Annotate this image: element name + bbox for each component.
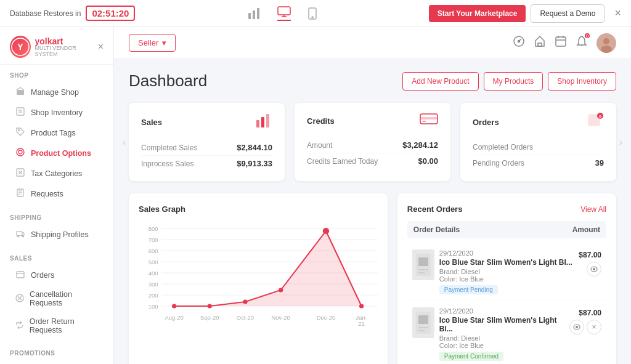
view-order-button[interactable]: [569, 320, 584, 334]
order-name: Ico Blue Star Slim Women's Light Bl...: [439, 258, 574, 267]
order-item: 29/12/2020 Ico Blue Star Slim Women's Li…: [407, 301, 606, 364]
svg-point-14: [18, 130, 20, 131]
svg-point-89: [593, 268, 595, 270]
desktop-view-btn[interactable]: [277, 6, 291, 21]
sidebar-item-manage-shop[interactable]: Manage Shop: [10, 83, 104, 102]
view-switcher: [248, 6, 317, 21]
svg-text:Oct-20: Oct-20: [237, 315, 254, 321]
svg-text:0: 0: [599, 115, 601, 119]
recent-orders-header: Recent Orders View All: [407, 204, 606, 214]
mobile-view-btn[interactable]: [308, 7, 317, 20]
svg-point-26: [22, 235, 24, 237]
seller-dropdown-arrow: ▾: [162, 38, 166, 47]
credits-card-title: Credits: [307, 113, 438, 129]
svg-rect-91: [418, 315, 428, 324]
sidebar-close-icon[interactable]: ×: [98, 41, 104, 52]
shipping-profiles-icon: [15, 229, 26, 240]
sidebar-item-label: Product Options: [31, 149, 91, 158]
svg-rect-0: [248, 13, 251, 19]
product-tags-icon: [15, 127, 26, 138]
svg-rect-50: [422, 121, 426, 122]
svg-point-16: [17, 148, 24, 156]
credits-icon: [420, 113, 438, 129]
stat-value: $3,284.12: [402, 140, 438, 150]
svg-rect-2: [257, 8, 259, 19]
order-color: Color: Ice Blue: [439, 342, 564, 349]
close-icon[interactable]: ×: [614, 7, 621, 20]
stat-label: Amount: [307, 141, 332, 150]
sales-graph-card: Sales Graph: [129, 193, 388, 364]
svg-text:300: 300: [149, 281, 158, 288]
sidebar-item-orders[interactable]: Orders: [10, 265, 104, 285]
shop-inventory-icon: [15, 107, 26, 118]
svg-text:Nov-20: Nov-20: [271, 315, 290, 321]
cancellation-icon: [15, 294, 25, 304]
sub-header: Seller ▾ 0: [114, 27, 631, 59]
order-date: 29/12/2020: [439, 249, 574, 257]
svg-point-75: [323, 228, 329, 234]
sidebar-item-cancellation-requests[interactable]: Cancellation Requests: [10, 286, 104, 312]
my-products-button[interactable]: My Products: [484, 72, 543, 91]
sales-card: ‹ Sales Completed Sales $2,844.10 Inproc…: [129, 103, 285, 181]
shop-inventory-button[interactable]: Shop Inventory: [548, 72, 616, 91]
notification-badge: 0: [585, 33, 590, 38]
svg-text:Y: Y: [18, 42, 24, 52]
sidebar-section-title-shipping: SHIPPING: [10, 214, 104, 221]
sidebar-item-shipping-profiles[interactable]: Shipping Profiles: [10, 225, 104, 244]
sidebar-item-product-options[interactable]: Product Options: [10, 144, 104, 163]
svg-point-15: [18, 150, 22, 154]
order-color: Color: Ice Blue: [439, 275, 574, 283]
stat-value: $2,844.10: [237, 143, 272, 152]
seller-dropdown[interactable]: Seller ▾: [129, 34, 176, 52]
bar-chart-view-btn[interactable]: [248, 8, 260, 19]
sales-prev-arrow[interactable]: ‹: [123, 137, 126, 148]
svg-point-35: [518, 41, 520, 42]
order-item-left: 29/12/2020 Ico Blue Star Slim Women's Li…: [412, 249, 574, 294]
logo: Y yolkart MULTI VENDOR SYSTEM: [10, 36, 98, 58]
stat-label: Inprocess Sales: [141, 160, 193, 168]
add-new-product-button[interactable]: Add New Product: [402, 72, 478, 91]
sidebar-item-order-return[interactable]: Order Return Requests: [10, 313, 104, 339]
orders-icon: 0: [588, 113, 604, 131]
view-all-link[interactable]: View All: [580, 205, 606, 214]
svg-point-43: [603, 38, 609, 44]
svg-rect-49: [420, 117, 438, 119]
dashboard-title-row: Dashboard Add New Product My Products Sh…: [129, 71, 616, 91]
logo-image: Y: [10, 36, 31, 58]
request-demo-button[interactable]: Request a Demo: [531, 4, 605, 23]
calendar-icon[interactable]: [555, 35, 567, 51]
sidebar-item-shop-inventory[interactable]: Shop Inventory: [10, 103, 104, 122]
start-marketplace-button[interactable]: Start Your Marketplace: [429, 5, 526, 22]
sidebar-item-tax-categories[interactable]: Tax Categories: [10, 164, 104, 183]
cancel-order-button[interactable]: ×: [587, 320, 601, 334]
svg-point-44: [601, 46, 612, 53]
home-icon[interactable]: [534, 35, 546, 51]
svg-text:500: 500: [149, 259, 158, 265]
sub-header-right: 0: [513, 33, 616, 53]
avatar[interactable]: [596, 33, 616, 53]
view-order-button[interactable]: [587, 262, 601, 277]
speed-icon[interactable]: [513, 35, 525, 51]
requests-icon: [15, 188, 26, 199]
sidebar-item-special-price[interactable]: % Special Price: [10, 360, 104, 364]
order-return-icon: [15, 321, 25, 331]
orders-next-arrow[interactable]: ›: [619, 137, 622, 148]
chart-container: 800 700 600 500 400 300 200 100: [139, 222, 378, 329]
sidebar-item-requests[interactable]: Requests: [10, 184, 104, 203]
orders-icon: [15, 270, 26, 280]
notification-icon-badge[interactable]: 0: [576, 35, 588, 51]
content-area: Seller ▾ 0: [114, 27, 631, 364]
order-thumbnail: [412, 307, 434, 338]
stat-row: Completed Orders: [473, 140, 604, 155]
sidebar-section-promotions: PROMOTIONS % Special Price Volume Discou…: [0, 342, 113, 364]
svg-rect-10: [17, 90, 24, 95]
sidebar-item-product-tags[interactable]: Product Tags: [10, 123, 104, 142]
svg-point-76: [359, 304, 364, 309]
stat-value: 39: [595, 158, 604, 168]
stat-label: Pending Orders: [473, 159, 524, 168]
svg-point-25: [17, 235, 19, 237]
svg-point-7: [312, 17, 313, 18]
order-info: 29/12/2020 Ico Blue Star Slim Women's Li…: [439, 249, 574, 294]
sidebar-section-title-promotions: PROMOTIONS: [10, 350, 104, 357]
order-brand: Brand: Diesel: [439, 334, 564, 342]
